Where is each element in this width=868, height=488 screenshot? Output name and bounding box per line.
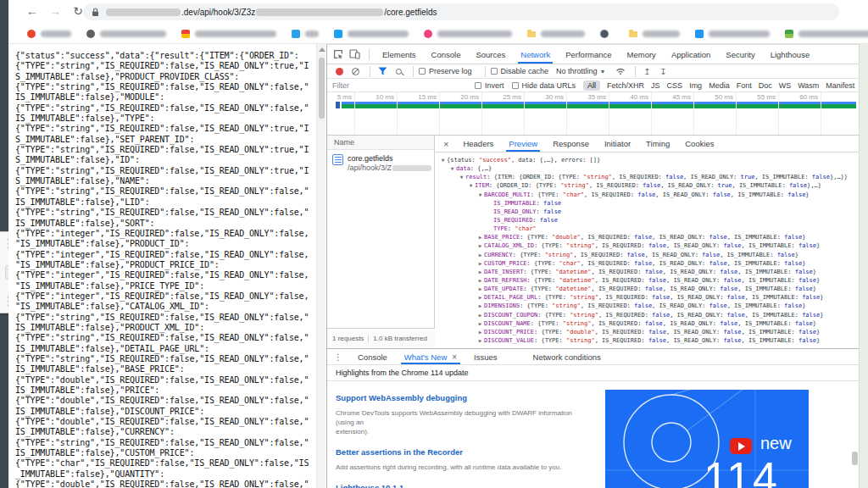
bookmark-item[interactable] bbox=[600, 30, 614, 38]
drawer-tab-network-conditions[interactable]: Network conditions bbox=[525, 349, 609, 364]
collapsed-arrow-icon[interactable]: ▶ bbox=[476, 328, 484, 336]
name-column-header[interactable]: Name bbox=[327, 136, 434, 150]
detail-tab-preview[interactable]: Preview bbox=[501, 136, 545, 152]
clear-button[interactable] bbox=[348, 65, 362, 78]
request-row[interactable]: core.getfields /api/hook/3/Z bbox=[327, 150, 434, 176]
tree-row[interactable]: ▶DISCOUNT_COUPON: {TYPE: "string", IS_RE… bbox=[439, 311, 857, 319]
collapsed-arrow-icon[interactable]: ▶ bbox=[476, 302, 484, 310]
expanded-arrow-icon[interactable]: ▼ bbox=[467, 181, 475, 190]
tree-row[interactable]: ▼{status: "success", data: {,…}, errors:… bbox=[439, 156, 857, 164]
tab-lighthouse[interactable]: Lighthouse bbox=[763, 45, 817, 64]
tree-row[interactable]: ▶DIMENSIONS: {TYPE: "string", IS_REQUIRE… bbox=[439, 302, 857, 310]
tab-console[interactable]: Console bbox=[424, 45, 469, 64]
bookmark-item[interactable] bbox=[629, 30, 680, 38]
tree-row[interactable]: IS_REQUIRED: false bbox=[439, 216, 857, 225]
search-button[interactable] bbox=[392, 65, 405, 78]
tab-performance[interactable]: Performance bbox=[558, 45, 619, 64]
filter-pill-css[interactable]: CSS bbox=[667, 81, 683, 90]
expanded-arrow-icon[interactable]: ▼ bbox=[439, 156, 447, 164]
collapsed-arrow-icon[interactable]: ▶ bbox=[476, 311, 484, 319]
bookmark-item[interactable] bbox=[424, 30, 512, 38]
address-bar[interactable]: .dev/api/hook/3/Z3z/core.getfields bbox=[83, 3, 839, 20]
filter-toggle-button[interactable] bbox=[376, 65, 389, 78]
expanded-arrow-icon[interactable]: ▼ bbox=[448, 164, 456, 173]
page-scrollbar-thumb[interactable] bbox=[319, 58, 325, 119]
drawer-tab-console[interactable]: Console bbox=[349, 349, 396, 364]
tree-row[interactable]: ▶BASE_PRICE: {TYPE: "double", IS_REQUIRE… bbox=[439, 233, 857, 241]
tree-row[interactable]: ▶DISCOUNT_PRICE: {TYPE: "double", IS_REQ… bbox=[439, 328, 857, 336]
collapsed-arrow-icon[interactable]: ▶ bbox=[476, 268, 484, 276]
collapsed-arrow-icon[interactable]: ▶ bbox=[476, 259, 484, 268]
bookmark-item[interactable] bbox=[695, 30, 770, 38]
tab-memory[interactable]: Memory bbox=[620, 45, 664, 64]
export-har-button[interactable]: ↧ bbox=[657, 65, 670, 78]
tree-row[interactable]: IS_READ_ONLY: false bbox=[439, 208, 857, 216]
filter-pill-all[interactable]: All bbox=[583, 80, 600, 91]
close-icon[interactable]: × bbox=[436, 139, 455, 149]
tree-row[interactable]: TYPE: "char" bbox=[439, 225, 857, 233]
tree-row[interactable]: ▶DETAIL_PAGE_URL: {TYPE: "string", IS_RE… bbox=[439, 293, 857, 302]
filter-pill-font[interactable]: Font bbox=[737, 81, 752, 90]
filter-pill-img[interactable]: Img bbox=[689, 81, 702, 90]
tab-application[interactable]: Application bbox=[664, 45, 718, 64]
bookmark-item[interactable] bbox=[527, 30, 585, 38]
tab-sources[interactable]: Sources bbox=[468, 45, 513, 64]
inspect-element-button[interactable] bbox=[331, 48, 345, 61]
collapsed-arrow-icon[interactable]: ▶ bbox=[476, 233, 484, 241]
bookmark-item[interactable] bbox=[334, 30, 409, 38]
detail-tab-headers[interactable]: Headers bbox=[455, 136, 501, 152]
record-button[interactable] bbox=[332, 65, 346, 78]
tree-row[interactable]: ▶DISCOUNT_NAME: {TYPE: "string", IS_REQU… bbox=[439, 319, 857, 328]
forward-button[interactable]: → bbox=[47, 3, 64, 20]
tree-row[interactable]: ▶DATE_REFRESH: {TYPE: "datetime", IS_REQ… bbox=[439, 276, 857, 285]
filter-pill-ws[interactable]: WS bbox=[779, 81, 792, 90]
back-button[interactable]: ← bbox=[24, 3, 41, 20]
tree-row[interactable]: ▼ITEM: {ORDER_ID: {TYPE: "string", IS_RE… bbox=[439, 181, 857, 190]
filter-pill-manifest[interactable]: Manifest bbox=[826, 81, 854, 90]
tree-row[interactable]: ▼BARCODE_MULTI: {TYPE: "char", IS_REQUIR… bbox=[439, 191, 857, 199]
collapsed-arrow-icon[interactable]: ▶ bbox=[476, 241, 484, 250]
whats-new-link[interactable]: Lighthouse 10.1.1 bbox=[336, 483, 590, 488]
filter-pill-wasm[interactable]: Wasm bbox=[798, 81, 819, 90]
whats-new-link[interactable]: Better assertions in the Recorder bbox=[336, 447, 590, 457]
whats-new-link[interactable]: Support WebAssembly debugging bbox=[336, 393, 590, 402]
tree-row[interactable]: ▶CUSTOM_PRICE: {TYPE: "char", IS_REQUIRE… bbox=[439, 259, 857, 268]
hide-data-urls-checkbox[interactable]: Hide data URLs bbox=[512, 81, 576, 90]
drawer-scrollbar-thumb[interactable] bbox=[852, 452, 858, 465]
tree-row[interactable]: ▶CATALOG_XML_ID: {TYPE: "string", IS_REQ… bbox=[439, 241, 857, 250]
collapsed-arrow-icon[interactable]: ▶ bbox=[476, 251, 484, 259]
disable-cache-checkbox[interactable]: Disable cache bbox=[491, 67, 549, 75]
filter-pill-media[interactable]: Media bbox=[709, 81, 730, 90]
tree-row[interactable]: ▶DISCOUNT_VALUE: {TYPE: "string", IS_REQ… bbox=[439, 336, 857, 345]
collapsed-arrow-icon[interactable]: ▶ bbox=[476, 293, 484, 302]
tree-row[interactable]: ▼result: {ITEM: {ORDER_ID: {TYPE: "strin… bbox=[439, 173, 857, 181]
drawer-tab-issues[interactable]: Issues bbox=[465, 349, 505, 364]
network-overview-timeline[interactable]: 5 ms10 ms15 ms20 ms25 ms30 ms35 ms40 ms4… bbox=[327, 92, 859, 136]
tree-row[interactable]: ▶DATE_UPDATE: {TYPE: "datetime", IS_REQU… bbox=[439, 285, 857, 293]
tab-elements[interactable]: Elements bbox=[375, 45, 424, 64]
filter-input[interactable]: Filter bbox=[332, 81, 475, 90]
bookmark-item[interactable] bbox=[86, 30, 166, 38]
import-har-button[interactable]: ↥ bbox=[641, 65, 654, 78]
collapsed-arrow-icon[interactable]: ▶ bbox=[476, 336, 484, 345]
throttling-select[interactable]: No throttling▼ bbox=[556, 67, 605, 75]
device-toolbar-button[interactable] bbox=[348, 48, 361, 61]
detail-tab-timing[interactable]: Timing bbox=[638, 136, 677, 152]
filter-pill-fetch-xhr[interactable]: Fetch/XHR bbox=[607, 81, 644, 90]
tree-row[interactable]: ▶DATE_INSERT: {TYPE: "datetime", IS_REQU… bbox=[439, 268, 857, 276]
tree-row[interactable]: IS_IMMUTABLE: false bbox=[439, 199, 857, 208]
collapsed-arrow-icon[interactable]: ▶ bbox=[476, 319, 484, 328]
network-conditions-button[interactable] bbox=[614, 65, 627, 78]
detail-tab-initiator[interactable]: Initiator bbox=[597, 136, 638, 152]
collapsed-arrow-icon[interactable]: ▶ bbox=[476, 276, 484, 285]
kebab-menu-icon[interactable]: ⋮ bbox=[327, 352, 349, 362]
bookmark-item[interactable] bbox=[27, 30, 71, 38]
collapsed-arrow-icon[interactable]: ▶ bbox=[476, 285, 484, 293]
detail-tab-cookies[interactable]: Cookies bbox=[677, 136, 721, 152]
tree-row[interactable]: ▶CURRENCY: {TYPE: "string", IS_REQUIRED:… bbox=[439, 251, 857, 259]
preserve-log-checkbox[interactable]: Preserve log bbox=[419, 67, 472, 75]
tab-security[interactable]: Security bbox=[718, 45, 762, 64]
detail-tab-response[interactable]: Response bbox=[545, 136, 597, 152]
close-icon[interactable]: × bbox=[452, 352, 457, 362]
expanded-arrow-icon[interactable]: ▼ bbox=[476, 191, 484, 199]
